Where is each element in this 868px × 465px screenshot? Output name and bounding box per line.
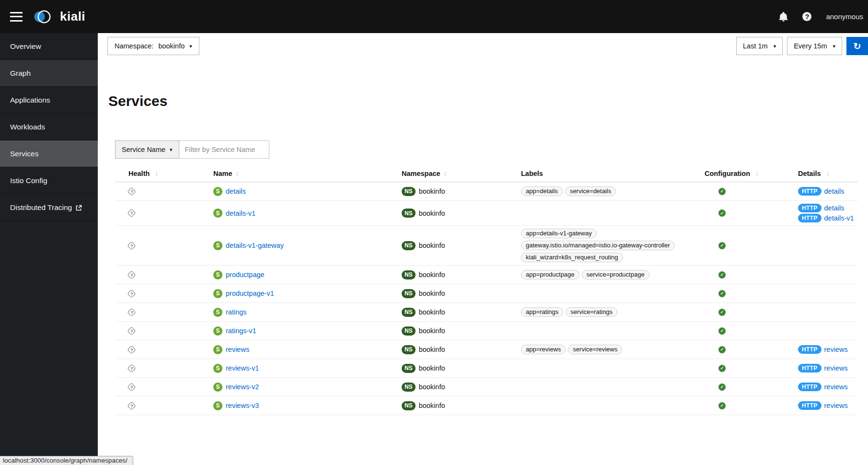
protocol-badge: HTTP (798, 383, 822, 391)
config-valid-icon[interactable]: ✓ (718, 271, 726, 279)
sort-icon[interactable]: ↕ (755, 170, 759, 177)
column-header-labels[interactable]: Labels (520, 168, 702, 182)
namespace-name: bookinfo (419, 346, 445, 353)
detail-line: HTTPreviews (798, 364, 848, 372)
labels-cell (520, 284, 702, 302)
details-cell: HTTPdetailsHTTPdetails-v1 (796, 201, 858, 225)
config-valid-icon[interactable]: ✓ (718, 242, 726, 249)
namespace-badge: NS (402, 270, 416, 279)
service-link[interactable]: productpage-v1 (226, 290, 274, 297)
label-pill: gateway.istio.io/managed=istio.io-gatewa… (521, 241, 675, 250)
service-link[interactable]: ratings-v1 (226, 327, 256, 335)
filter-type-select[interactable]: Service Name ▾ (115, 140, 179, 159)
column-header-health[interactable]: Health ↕ (115, 168, 185, 182)
sidebar-item-istio-config[interactable]: Istio Config (0, 167, 98, 194)
config-valid-icon[interactable]: ✓ (718, 209, 726, 217)
detail-link[interactable]: reviews (824, 346, 848, 353)
detail-link[interactable]: details (824, 187, 845, 195)
labels-cell: app=details-v1-gatewaygateway.istio.io/m… (520, 226, 702, 265)
chevron-down-icon: ▾ (774, 44, 776, 49)
namespace-cell: NS bookinfo (388, 226, 520, 265)
service-badge: S (213, 241, 222, 250)
service-link[interactable]: reviews (226, 346, 249, 353)
chevron-down-icon: ▾ (833, 44, 835, 49)
config-valid-icon[interactable]: ✓ (718, 346, 726, 353)
configuration-cell: ✓ (702, 359, 796, 377)
config-valid-icon[interactable]: ✓ (718, 365, 726, 372)
service-link[interactable]: reviews-v3 (226, 402, 259, 409)
sort-icon[interactable]: ↕ (444, 170, 447, 177)
table-row: ? S ratings NS bookinfo app=ratingsservi… (115, 303, 858, 322)
column-header-name[interactable]: Name ↕ (185, 168, 388, 182)
column-header-configuration[interactable]: Configuration ↕ (702, 168, 796, 182)
labels-cell: app=productpageservice=productpage (520, 266, 702, 284)
config-valid-icon[interactable]: ✓ (718, 384, 726, 391)
service-link[interactable]: ratings (226, 308, 247, 316)
namespace-select-value: bookinfo (158, 42, 185, 50)
namespace-name: bookinfo (419, 187, 445, 195)
sort-icon[interactable]: ↕ (826, 170, 830, 177)
detail-link[interactable]: details (824, 204, 845, 212)
service-link[interactable]: details-v1-gateway (226, 242, 284, 249)
namespace-name: bookinfo (419, 308, 445, 316)
duration-select[interactable]: Last 1m ▾ (736, 37, 783, 55)
name-cell: S ratings-v1 (185, 322, 388, 340)
namespace-cell: NS bookinfo (388, 182, 520, 200)
column-header-details[interactable]: Details ↕ (796, 168, 858, 182)
label-pill: app=details-v1-gateway (521, 229, 597, 238)
configuration-cell: ✓ (702, 226, 796, 265)
protocol-badge: HTTP (798, 401, 822, 410)
namespace-badge: NS (402, 308, 416, 317)
health-cell: ? (115, 340, 185, 359)
label-pill: app=details (521, 186, 563, 196)
user-menu[interactable]: anonymous (826, 12, 863, 21)
column-header-namespace[interactable]: Namespace ↕ (388, 168, 520, 182)
sidebar-item-distributed-tracing[interactable]: Distributed Tracing (0, 194, 98, 221)
service-badge: S (213, 383, 222, 392)
sidebar-item-label: Istio Config (10, 176, 47, 185)
namespace-badge: NS (402, 187, 416, 196)
sidebar-item-services[interactable]: Services (0, 140, 98, 167)
detail-link[interactable]: reviews (824, 383, 848, 391)
namespace-name: bookinfo (419, 271, 445, 279)
detail-line: HTTPreviews (798, 345, 848, 354)
menu-toggle-button[interactable] (10, 12, 23, 22)
service-link[interactable]: productpage (226, 271, 265, 279)
config-valid-icon[interactable]: ✓ (718, 309, 726, 316)
filter-input[interactable] (179, 140, 269, 159)
namespace-name: bookinfo (419, 327, 445, 335)
column-header-label: Namespace (402, 170, 440, 177)
config-valid-icon[interactable]: ✓ (718, 188, 726, 195)
service-link[interactable]: reviews-v2 (226, 383, 259, 391)
service-badge: S (213, 401, 222, 410)
detail-link[interactable]: reviews (824, 402, 848, 409)
sort-icon[interactable]: ↕ (236, 170, 239, 177)
service-link[interactable]: reviews-v1 (226, 364, 259, 372)
namespace-cell: NS bookinfo (388, 340, 520, 359)
config-valid-icon[interactable]: ✓ (718, 402, 726, 409)
detail-link[interactable]: details-v1 (824, 214, 854, 222)
label-pill: kiali_wizard=k8s_request_routing (521, 253, 623, 262)
namespace-badge: NS (402, 241, 416, 250)
refresh-interval-value: Every 15m (794, 42, 827, 50)
namespace-select-label: Namespace: (115, 42, 153, 50)
detail-link[interactable]: reviews (824, 364, 848, 372)
sidebar-item-applications[interactable]: Applications (0, 87, 98, 114)
config-valid-icon[interactable]: ✓ (718, 327, 726, 335)
help-button[interactable]: ? (802, 12, 811, 21)
sidebar-item-workloads[interactable]: Workloads (0, 114, 98, 140)
sidebar-item-graph[interactable]: Graph (0, 60, 98, 87)
sidebar-item-overview[interactable]: Overview (0, 33, 98, 60)
sort-icon[interactable]: ↕ (155, 170, 158, 177)
namespace-select[interactable]: Namespace: bookinfo ▾ (107, 37, 199, 55)
refresh-interval-select[interactable]: Every 15m ▾ (787, 37, 842, 55)
notifications-button[interactable] (779, 12, 788, 22)
refresh-button[interactable]: ↻ (846, 37, 868, 55)
table-row: ? S reviews-v2 NS bookinfo ✓ HTTPreviews (115, 378, 858, 396)
service-link[interactable]: details (226, 187, 246, 195)
labels-cell: app=reviewsservice=reviews (520, 340, 702, 359)
namespace-name: bookinfo (419, 290, 445, 297)
config-valid-icon[interactable]: ✓ (718, 290, 726, 297)
service-link[interactable]: details-v1 (226, 209, 255, 217)
label-pill: app=ratings (521, 307, 563, 317)
